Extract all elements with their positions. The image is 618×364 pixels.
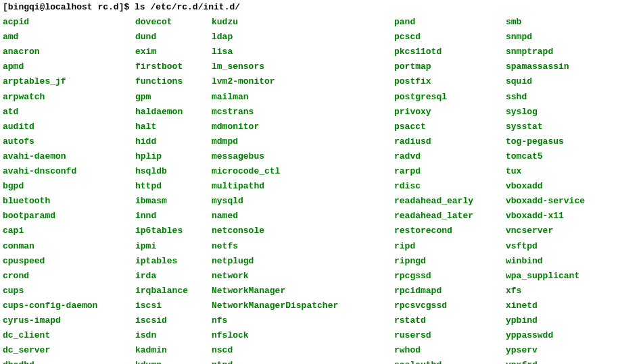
file-entry: lvm2-monitor xyxy=(212,74,394,89)
file-entry: firstboot xyxy=(135,59,212,74)
file-entry: xinetd xyxy=(506,298,585,313)
file-entry: ipmi xyxy=(135,239,212,254)
file-entry: restorecond xyxy=(394,224,506,238)
file-entry: readahead_early xyxy=(394,194,506,209)
file-entry: arpwatch xyxy=(3,90,135,105)
file-entry: netplugd xyxy=(212,254,394,269)
file-entry: vncserver xyxy=(506,224,585,238)
file-entry: syslog xyxy=(506,105,585,120)
file-entry: mysqld xyxy=(212,194,394,209)
file-entry: wpa_supplicant xyxy=(506,269,585,284)
file-entry: ntpd xyxy=(212,358,394,364)
file-entry: irqbalance xyxy=(135,284,212,298)
file-entry: ripd xyxy=(394,239,506,254)
file-entry: dc_client xyxy=(3,328,135,343)
file-entry: vboxadd-service xyxy=(506,194,585,209)
file-entry: sshd xyxy=(506,90,585,105)
ls-output: acpidamdanacronapmdarptables_jfarpwatcha… xyxy=(0,15,618,364)
file-entry: multipathd xyxy=(212,179,394,194)
file-entry: mdmonitor xyxy=(212,120,394,134)
file-entry: saslauthd xyxy=(394,358,506,364)
file-entry: rpcidmapd xyxy=(394,284,506,298)
file-entry: rwhod xyxy=(394,343,506,358)
file-entry: radiusd xyxy=(394,134,506,149)
file-entry: hsqldb xyxy=(135,164,212,179)
file-entry: NetworkManager xyxy=(212,284,394,298)
file-entry: vboxadd xyxy=(506,179,585,194)
file-entry: tux xyxy=(506,164,585,179)
file-entry: rarpd xyxy=(394,164,506,179)
file-entry: lisa xyxy=(212,45,394,59)
file-entry: snmpd xyxy=(506,30,585,45)
file-entry: acpid xyxy=(3,15,135,30)
file-entry: halt xyxy=(135,120,212,134)
file-entry: ypserv xyxy=(506,343,585,358)
file-entry: psacct xyxy=(394,120,506,134)
file-entry: spamassassin xyxy=(506,59,585,74)
file-entry: isdn xyxy=(135,328,212,343)
file-entry: cyrus-imapd xyxy=(3,313,135,328)
file-entry: pand xyxy=(394,15,506,30)
file-entry: iscsid xyxy=(135,313,212,328)
file-entry: ypbind xyxy=(506,313,585,328)
file-entry: rdisc xyxy=(394,179,506,194)
file-entry: portmap xyxy=(394,59,506,74)
file-entry: functions xyxy=(135,74,212,89)
file-entry: mcstrans xyxy=(212,105,394,120)
file-entry: bootparamd xyxy=(3,209,135,224)
file-entry: arptables_jf xyxy=(3,74,135,89)
file-entry: tomcat5 xyxy=(506,149,585,164)
file-entry: nfslock xyxy=(212,328,394,343)
file-entry: bluetooth xyxy=(3,194,135,209)
file-entry: dc_server xyxy=(3,343,135,358)
file-entry: irda xyxy=(135,269,212,284)
column-1: acpidamdanacronapmdarptables_jfarpwatcha… xyxy=(3,15,135,364)
file-entry: haldaemon xyxy=(135,105,212,120)
file-entry: kdump xyxy=(135,358,212,364)
file-entry: iscsi xyxy=(135,298,212,313)
file-entry: pkcs11otd xyxy=(394,45,506,59)
file-entry: mailman xyxy=(212,90,394,105)
file-entry: bgpd xyxy=(3,179,135,194)
file-entry: avahi-dnsconfd xyxy=(3,164,135,179)
file-entry: vsftpd xyxy=(506,239,585,254)
file-entry: kadmin xyxy=(135,343,212,358)
file-entry: dovecot xyxy=(135,15,212,30)
file-entry: capi xyxy=(3,224,135,238)
file-entry: apmd xyxy=(3,59,135,74)
column-3: kudzuldaplisalm_sensorslvm2-monitormailm… xyxy=(212,15,394,364)
column-2: dovecotdundeximfirstbootfunctionsgpmhald… xyxy=(135,15,212,364)
file-entry: rstatd xyxy=(394,313,506,328)
file-entry: nfs xyxy=(212,313,394,328)
file-entry: dhcdbd xyxy=(3,358,135,364)
file-entry: hidd xyxy=(135,134,212,149)
file-entry: ypxfrd xyxy=(506,358,585,364)
file-entry: winbind xyxy=(506,254,585,269)
file-entry: atd xyxy=(3,105,135,120)
file-entry: netfs xyxy=(212,239,394,254)
file-entry: postgresql xyxy=(394,90,506,105)
file-entry: squid xyxy=(506,74,585,89)
file-entry: gpm xyxy=(135,90,212,105)
file-entry: ldap xyxy=(212,30,394,45)
file-entry: innd xyxy=(135,209,212,224)
file-entry: xfs xyxy=(506,284,585,298)
file-entry: snmptrapd xyxy=(506,45,585,59)
file-entry: nscd xyxy=(212,343,394,358)
file-entry: cups xyxy=(3,284,135,298)
file-entry: crond xyxy=(3,269,135,284)
file-entry: auditd xyxy=(3,120,135,134)
file-entry: pcscd xyxy=(394,30,506,45)
file-entry: radvd xyxy=(394,149,506,164)
file-entry: messagebus xyxy=(212,149,394,164)
file-entry: vboxadd-x11 xyxy=(506,209,585,224)
column-5: smbsnmpdsnmptrapdspamassassinsquidsshdsy… xyxy=(506,15,585,364)
file-entry: NetworkManagerDispatcher xyxy=(212,298,394,313)
file-entry: dund xyxy=(135,30,212,45)
file-entry: named xyxy=(212,209,394,224)
file-entry: rpcsvcgssd xyxy=(394,298,506,313)
file-entry: tog-pegasus xyxy=(506,134,585,149)
file-entry: conman xyxy=(3,239,135,254)
file-entry: microcode_ctl xyxy=(212,164,394,179)
file-entry: hplip xyxy=(135,149,212,164)
